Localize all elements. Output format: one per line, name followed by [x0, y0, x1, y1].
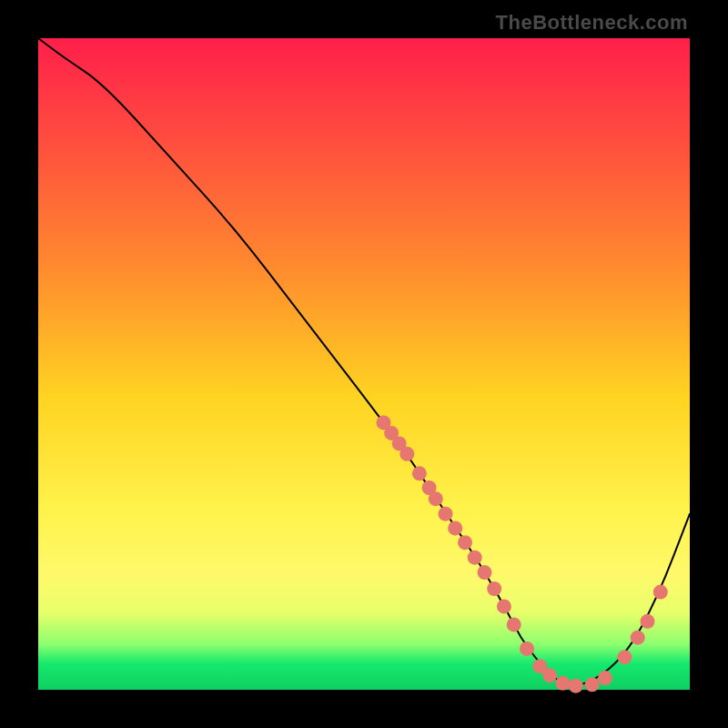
data-point: [497, 599, 511, 613]
data-point: [507, 617, 521, 632]
data-point: [631, 631, 645, 645]
data-point: [598, 671, 612, 685]
bottleneck-curve: [38, 38, 690, 685]
chart-svg: [38, 38, 690, 690]
data-point: [478, 565, 492, 580]
data-point: [439, 507, 453, 521]
data-point: [555, 676, 570, 691]
data-point: [468, 551, 482, 565]
data-point: [412, 466, 427, 480]
data-point: [487, 581, 501, 596]
data-point: [641, 614, 655, 629]
data-point: [542, 668, 557, 682]
data-point: [653, 585, 668, 600]
data-point: [569, 679, 583, 693]
data-point: [448, 521, 462, 535]
data-point: [399, 447, 414, 461]
data-point: [458, 535, 472, 550]
data-point: [429, 491, 443, 506]
data-point: [585, 677, 600, 692]
chart-container: TheBottleneck.com: [0, 0, 728, 728]
watermark-text: TheBottleneck.com: [496, 11, 688, 35]
data-point: [520, 642, 534, 656]
data-point: [617, 650, 632, 664]
data-points: [377, 415, 668, 693]
